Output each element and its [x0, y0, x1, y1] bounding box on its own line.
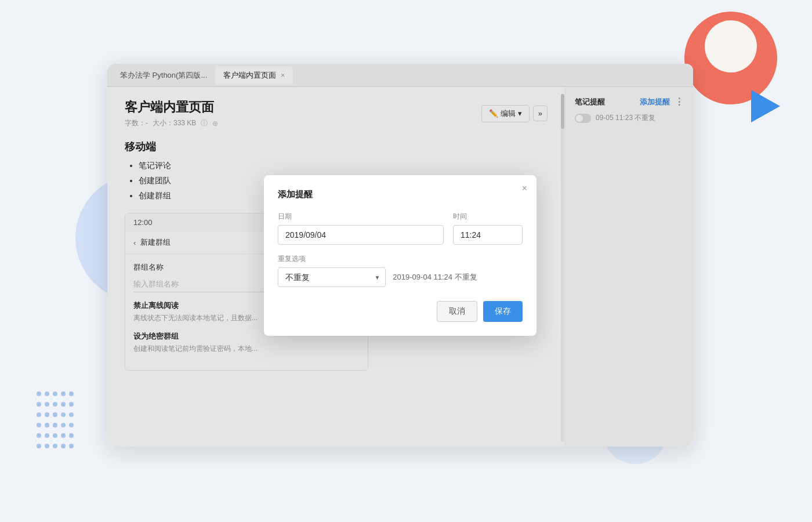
modal-title: 添加提醒: [278, 189, 523, 200]
cancel-button[interactable]: 取消: [437, 301, 477, 322]
modal-repeat-row: 重复选项 不重复每天每周每月每年 2019-09-04 11:24 不重复: [278, 254, 523, 287]
time-label: 时间: [453, 212, 523, 222]
modal-date-time-row: 日期 时间: [278, 212, 523, 245]
modal-actions: 取消 保存: [278, 301, 523, 322]
repeat-info: 2019-09-04 11:24 不重复: [393, 267, 523, 287]
deco-arrow-icon: [751, 90, 780, 122]
time-input[interactable]: [453, 225, 523, 245]
modal-close-button[interactable]: ×: [522, 183, 527, 194]
repeat-select[interactable]: 不重复每天每周每月每年: [278, 267, 386, 287]
save-button[interactable]: 保存: [483, 301, 523, 322]
deco-dot-grid: [35, 390, 75, 452]
modal-date-field: 日期: [278, 212, 444, 245]
app-window: 笨办法学 Python(第四版... 客户端内置页面 × 客户端内置页面 字数：…: [107, 64, 693, 447]
content-area: 客户端内置页面 字数：- 大小：333 KB ⓘ ⊕ ✏️ 编辑 ▾: [107, 87, 693, 447]
modal-repeat-wrap: 不重复每天每周每月每年 2019-09-04 11:24 不重复: [278, 267, 523, 287]
date-label: 日期: [278, 212, 444, 222]
deco-circle-red-inner: [705, 20, 757, 72]
modal-time-field: 时间: [453, 212, 523, 245]
modal-overlay: × 添加提醒 日期 时间 重复选项: [107, 64, 693, 447]
repeat-select-wrap: 不重复每天每周每月每年: [278, 267, 386, 287]
repeat-label: 重复选项: [278, 254, 523, 264]
date-input[interactable]: [278, 225, 444, 245]
modal-dialog: × 添加提醒 日期 时间 重复选项: [264, 175, 536, 336]
